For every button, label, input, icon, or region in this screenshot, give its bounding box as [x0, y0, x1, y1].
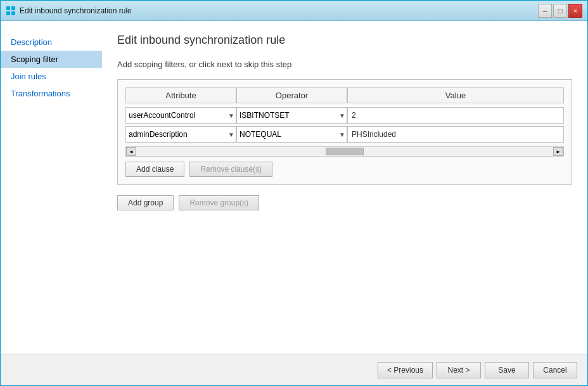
close-button[interactable]: ×	[568, 4, 582, 18]
save-button[interactable]: Save	[485, 362, 529, 378]
col-header-value: Value	[347, 87, 564, 103]
attribute-select-wrapper-1: userAccountControl adminDescription ▼	[125, 107, 236, 124]
remove-clause-button[interactable]: Remove clause(s)	[189, 162, 272, 177]
scroll-right-btn[interactable]: ►	[553, 147, 563, 156]
filter-row-2: adminDescription userAccountControl ▼ NO…	[125, 126, 564, 143]
scroll-left-btn[interactable]: ◄	[126, 147, 136, 156]
operator-select-2[interactable]: NOTEQUAL ISBITNOTSET EQUAL ISBITSET	[237, 127, 347, 142]
svg-rect-1	[11, 6, 15, 10]
maximize-button[interactable]: □	[553, 4, 567, 18]
horizontal-scrollbar[interactable]: ◄ ►	[125, 146, 564, 157]
value-field-1: 2	[347, 107, 564, 124]
previous-button[interactable]: < Previous	[378, 362, 433, 378]
sidebar-item-join-rules[interactable]: Join rules	[1, 68, 102, 85]
main-window: Edit inbound synchronization rule – □ × …	[0, 0, 588, 386]
main-content: Edit inbound synchronization rule Add sc…	[102, 21, 587, 354]
scroll-thumb[interactable]	[326, 148, 364, 155]
sidebar-item-transformations[interactable]: Transformations	[1, 85, 102, 102]
title-bar-left: Edit inbound synchronization rule	[6, 6, 132, 16]
filter-row-1: userAccountControl adminDescription ▼ IS…	[125, 107, 564, 124]
remove-group-button[interactable]: Remove group(s)	[179, 195, 259, 210]
col-header-attribute: Attribute	[125, 87, 236, 103]
group-buttons: Add group Remove group(s)	[117, 195, 572, 210]
cancel-button[interactable]: Cancel	[533, 362, 577, 378]
next-button[interactable]: Next >	[437, 362, 481, 378]
scroll-track[interactable]	[136, 147, 553, 156]
title-controls: – □ ×	[538, 4, 582, 18]
attribute-select-1[interactable]: userAccountControl adminDescription	[126, 108, 236, 123]
svg-rect-3	[11, 11, 15, 15]
svg-rect-0	[6, 6, 10, 10]
sidebar: Description Scoping filter Join rules Tr…	[1, 21, 102, 354]
step-description: Add scoping filters, or click next to sk…	[117, 60, 572, 69]
title-text: Edit inbound synchronization rule	[20, 6, 132, 15]
operator-select-wrapper-2: NOTEQUAL ISBITNOTSET EQUAL ISBITSET ▼	[236, 126, 347, 143]
page-title: Edit inbound synchronization rule	[117, 34, 572, 47]
app-icon	[6, 6, 16, 16]
operator-select-wrapper-1: ISBITNOTSET NOTEQUAL EQUAL ISBITSET ▼	[236, 107, 347, 124]
value-field-2: PHSIncluded	[347, 126, 564, 143]
filter-group: Attribute Operator Value userAccountCont…	[117, 79, 572, 185]
clause-buttons: Add clause Remove clause(s)	[125, 162, 564, 177]
footer: < Previous Next > Save Cancel	[1, 354, 587, 385]
sidebar-item-description[interactable]: Description	[1, 34, 102, 51]
filter-table-header: Attribute Operator Value	[125, 87, 564, 103]
attribute-select-2[interactable]: adminDescription userAccountControl	[126, 127, 236, 142]
svg-rect-2	[6, 11, 10, 15]
operator-select-1[interactable]: ISBITNOTSET NOTEQUAL EQUAL ISBITSET	[237, 108, 347, 123]
add-clause-button[interactable]: Add clause	[125, 162, 184, 177]
sidebar-item-scoping-filter[interactable]: Scoping filter	[1, 51, 102, 68]
title-bar: Edit inbound synchronization rule – □ ×	[1, 1, 587, 21]
col-header-operator: Operator	[236, 87, 347, 103]
attribute-select-wrapper-2: adminDescription userAccountControl ▼	[125, 126, 236, 143]
minimize-button[interactable]: –	[538, 4, 552, 18]
add-group-button[interactable]: Add group	[117, 195, 174, 210]
content-area: Description Scoping filter Join rules Tr…	[1, 21, 587, 354]
